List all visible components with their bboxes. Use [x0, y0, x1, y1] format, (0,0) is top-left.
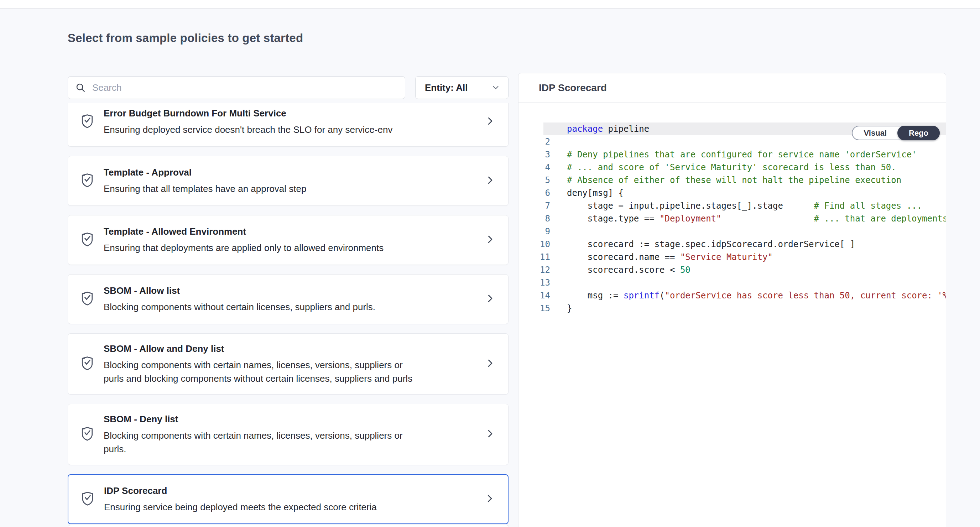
policy-card[interactable]: IDP ScorecardEnsuring service being depl… — [68, 474, 509, 524]
policy-card[interactable]: Error Budget Burndown For Multi ServiceE… — [68, 103, 509, 147]
code-line[interactable]: 7 stage = input.pipeline.stages[_].stage… — [519, 199, 946, 212]
page-title: Select from sample policies to get start… — [68, 31, 303, 45]
code-line-content: } — [550, 302, 946, 315]
policy-card[interactable]: SBOM - Allow and Deny listBlocking compo… — [68, 333, 509, 395]
line-number: 2 — [519, 135, 550, 148]
line-number: 10 — [519, 238, 550, 251]
line-number: 9 — [519, 225, 550, 238]
code-line-content: scorecard := stage.spec.idpScorecard.ord… — [550, 238, 946, 251]
shield-check-icon — [80, 290, 95, 308]
code-line[interactable]: 4# ... and score of 'Service Maturity' s… — [519, 161, 946, 174]
chevron-right-icon[interactable] — [485, 174, 495, 188]
code-line[interactable]: 5# Absence of either of these will not h… — [519, 174, 946, 186]
top-bar — [0, 0, 980, 8]
line-number: 13 — [519, 276, 550, 289]
visual-toggle-button[interactable]: Visual — [853, 126, 897, 140]
line-number: 11 — [519, 251, 550, 263]
shield-check-icon — [80, 425, 95, 443]
policy-title: SBOM - Allow and Deny list — [103, 342, 417, 355]
code-line-content: stage.type == "Deployment" # ... that ar… — [550, 212, 946, 225]
code-line[interactable]: 8 stage.type == "Deployment" # ... that … — [519, 212, 946, 225]
panel-header: IDP Scorecard — [519, 73, 946, 103]
chevron-right-icon[interactable] — [485, 428, 495, 441]
line-number: 6 — [519, 186, 550, 199]
line-number: 12 — [519, 263, 550, 276]
line-number: 15 — [519, 302, 550, 315]
policy-title: IDP Scorecard — [104, 485, 377, 497]
visual-rego-toggle: Visual Rego — [852, 126, 940, 140]
next-card-peek — [68, 525, 509, 527]
policy-list[interactable]: Error Budget Burndown For Multi ServiceE… — [68, 103, 509, 525]
rego-toggle-button[interactable]: Rego — [897, 126, 940, 140]
code-line[interactable]: 10 scorecard := stage.spec.idpScorecard.… — [519, 238, 946, 251]
shield-check-icon — [80, 355, 95, 373]
code-line[interactable]: 13 — [519, 276, 946, 289]
code-lines: 1package pipeline23# Deny pipelines that… — [519, 123, 946, 315]
search-input[interactable] — [92, 82, 398, 94]
policy-card[interactable]: Template - ApprovalEnsuring that all tem… — [68, 156, 509, 206]
shield-check-icon — [80, 490, 95, 508]
search-box[interactable] — [68, 76, 405, 99]
code-line-content: scorecard.name == "Service Maturity" — [550, 251, 946, 263]
policy-description: Ensuring that all templates have an appr… — [103, 182, 306, 196]
code-line[interactable]: 14 msg := sprintf("orderService has scor… — [519, 289, 946, 302]
code-line-content: scorecard.score < 50 — [550, 263, 946, 276]
policy-description: Blocking components without certain lice… — [103, 300, 375, 314]
shield-check-icon — [80, 172, 95, 190]
entity-filter-dropdown[interactable]: Entity: All — [415, 76, 509, 99]
policy-description: Blocking components with certain names, … — [103, 358, 417, 385]
policy-card[interactable]: Template - Allowed EnvironmentEnsuring t… — [68, 215, 509, 265]
panel-title: IDP Scorecard — [539, 82, 607, 94]
policy-description: Ensuring that deployments are applied on… — [103, 241, 383, 255]
chevron-right-icon[interactable] — [485, 357, 495, 371]
policy-title: SBOM - Deny list — [103, 413, 417, 425]
code-line[interactable]: 6deny[msg] { — [519, 186, 946, 199]
line-number: 5 — [519, 174, 550, 186]
chevron-right-icon[interactable] — [485, 292, 495, 306]
chevron-right-icon[interactable] — [485, 115, 495, 129]
line-number: 4 — [519, 161, 550, 174]
code-line[interactable]: 3# Deny pipelines that are configured fo… — [519, 148, 946, 161]
code-line-content — [550, 225, 946, 238]
policy-detail-panel: IDP Scorecard Visual Rego 1package pipel… — [518, 73, 946, 527]
code-line-content: msg := sprintf("orderService has score l… — [550, 289, 946, 302]
line-number: 14 — [519, 289, 550, 302]
search-icon — [75, 82, 86, 93]
policy-description: Blocking components with certain names, … — [103, 429, 417, 456]
chevron-right-icon[interactable] — [484, 492, 495, 506]
line-number: 8 — [519, 212, 550, 225]
policy-title: Template - Approval — [103, 166, 306, 178]
shield-check-icon — [80, 113, 95, 131]
code-editor[interactable]: Visual Rego 1package pipeline23# Deny pi… — [519, 103, 946, 527]
code-line-content — [550, 276, 946, 289]
code-line-content: # Deny pipelines that are configured for… — [550, 148, 946, 161]
policy-title: Error Budget Burndown For Multi Service — [103, 107, 393, 119]
policy-card[interactable]: SBOM - Allow listBlocking components wit… — [68, 274, 509, 324]
list-controls: Entity: All — [68, 76, 509, 99]
code-line[interactable]: 12 scorecard.score < 50 — [519, 263, 946, 276]
code-line[interactable]: 11 scorecard.name == "Service Maturity" — [519, 251, 946, 263]
policy-description: Ensuring service being deployed meets th… — [104, 500, 377, 514]
chevron-down-icon — [491, 83, 500, 92]
line-number: 7 — [519, 199, 550, 212]
policy-description: Ensuring deployed service doesn't breach… — [103, 123, 393, 136]
shield-check-icon — [80, 231, 95, 249]
indent-guide — [569, 199, 569, 302]
policy-title: Template - Allowed Environment — [103, 225, 383, 237]
policy-title: SBOM - Allow list — [103, 285, 375, 297]
code-line-content: deny[msg] { — [550, 186, 946, 199]
code-line-content: # Absence of either of these will not ha… — [550, 174, 946, 186]
code-line[interactable]: 15} — [519, 302, 946, 315]
line-number: 3 — [519, 148, 550, 161]
chevron-right-icon[interactable] — [485, 233, 495, 247]
policy-card[interactable]: SBOM - Deny listBlocking components with… — [68, 404, 509, 465]
code-line[interactable]: 9 — [519, 225, 946, 238]
code-line-content: # ... and score of 'Service Maturity' sc… — [550, 161, 946, 174]
code-line-content: stage = input.pipeline.stages[_].stage #… — [550, 199, 946, 212]
entity-filter-label: Entity: All — [425, 82, 468, 93]
